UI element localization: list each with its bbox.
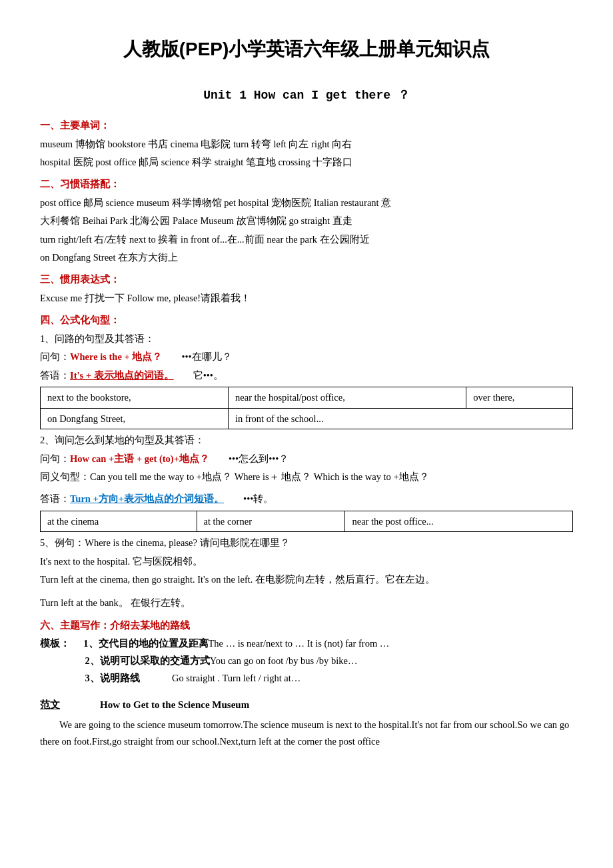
template-label: 模板： bbox=[40, 635, 83, 652]
location-table-1: next to the bookstore, near the hospital… bbox=[40, 387, 573, 429]
q1-line: 问句：Where is the + 地点？•••在哪儿？ bbox=[40, 349, 573, 365]
table-cell: near the hospital/post office, bbox=[229, 387, 466, 408]
extra-line1: Turn left at the bank。 在银行左转。 bbox=[40, 595, 573, 611]
q2-dots: •••怎么到•••？ bbox=[229, 453, 289, 464]
q1-dots: •••在哪儿？ bbox=[181, 351, 231, 362]
phrase-line-1: post office 邮局 science museum 科学博物馆 pet … bbox=[40, 195, 573, 211]
phrase-line-3: turn right/left 右/左转 next to 挨着 in front… bbox=[40, 231, 573, 248]
location-table-2: at the cinema at the corner near the pos… bbox=[40, 511, 573, 533]
template-2-cn: 2、说明可以采取的交通方式 bbox=[85, 653, 210, 669]
expression-line: Excuse me 打扰一下 Follow me, please!请跟着我！ bbox=[40, 290, 573, 307]
table-cell: at the corner bbox=[197, 511, 345, 532]
fanwen-body: We are going to the science museum tomor… bbox=[40, 717, 573, 751]
phrase-line-4: on Dongfang Street 在东方大街上 bbox=[40, 249, 573, 266]
table-row: at the cinema at the corner near the pos… bbox=[41, 511, 573, 532]
vocab-line-2: hospital 医院 post office 邮局 science 科学 st… bbox=[40, 154, 573, 171]
table-cell: in front of the school... bbox=[229, 408, 573, 429]
section-vocab-header: 一、主要单词： bbox=[40, 117, 573, 135]
a2-label: 答语： bbox=[40, 493, 70, 504]
table-cell: at the cinema bbox=[41, 511, 197, 532]
q2-main: How can +主语 + get (to)+地点？ bbox=[70, 453, 209, 464]
table-row: next to the bookstore, near the hospital… bbox=[41, 387, 573, 408]
table-row: on Dongfang Street, in front of the scho… bbox=[41, 408, 573, 429]
template-row-2: 2、说明可以采取的交通方式 You can go on foot /by bus… bbox=[85, 653, 574, 669]
example-sub: 5、例句：Where is the cinema, please? 请问电影院在… bbox=[40, 535, 573, 551]
page-title: 人教版(PEP)小学英语六年级上册单元知识点 bbox=[40, 33, 573, 65]
template-1-en: The … is near/next to … It is (not) far … bbox=[209, 635, 390, 652]
section-expression-header: 三、惯用表达式： bbox=[40, 271, 573, 289]
template-2-en: You can go on foot /by bus /by bike… bbox=[210, 653, 358, 669]
template-1-cn: 1、交代目的地的位置及距离 bbox=[83, 635, 208, 652]
section-writing-header: 六、主题写作：介绍去某地的路线 bbox=[40, 617, 573, 635]
q2-line: 问句：How can +主语 + get (to)+地点？•••怎么到•••？ bbox=[40, 451, 573, 467]
phrase-line-2: 大利餐馆 Beihai Park 北海公园 Palace Museum 故宫博物… bbox=[40, 213, 573, 229]
synonym-line: 同义句型：Can you tell me the way to +地点？ Whe… bbox=[40, 469, 573, 485]
table-cell: next to the bookstore, bbox=[41, 387, 229, 408]
template-3-en: Go straight . Turn left / right at… bbox=[172, 670, 301, 687]
formula-sub1: 1、问路的句型及其答语： bbox=[40, 331, 573, 347]
unit-title: Unit 1 How can I get there ？ bbox=[40, 85, 573, 106]
a2-dots: •••转。 bbox=[243, 493, 273, 504]
a1-main: It's + 表示地点的词语。 bbox=[70, 370, 174, 381]
a1-line: 答语：It's + 表示地点的词语。它•••。 bbox=[40, 367, 573, 384]
a2-line: 答语：Turn +方向+表示地点的介词短语。•••转。 bbox=[40, 491, 573, 507]
a1-dots: 它•••。 bbox=[193, 370, 223, 381]
section-phrase-header: 二、习惯语搭配： bbox=[40, 176, 573, 193]
formula-sub2: 2、询问怎么到某地的句型及其答语： bbox=[40, 432, 573, 449]
example-line3: Turn left at the cinema, then go straigh… bbox=[40, 571, 573, 588]
q1-label: 问句： bbox=[40, 351, 70, 362]
vocab-line-1: museum 博物馆 bookstore 书店 cinema 电影院 turn … bbox=[40, 136, 573, 153]
a2-main: Turn +方向+表示地点的介词短语。 bbox=[70, 493, 224, 504]
fanwen-title-row: 范文 How to Get to the Science Museum bbox=[40, 697, 573, 714]
table-cell: on Dongfang Street, bbox=[41, 408, 229, 429]
q1-main: Where is the + 地点？ bbox=[70, 351, 162, 362]
a1-label: 答语： bbox=[40, 370, 70, 381]
example-line2: It's next to the hospital. 它与医院相邻。 bbox=[40, 553, 573, 570]
table-cell: over there, bbox=[466, 387, 573, 408]
q2-label: 问句： bbox=[40, 453, 70, 464]
template-3-cn: 3、说明路线 bbox=[85, 670, 173, 687]
fanwen-label: 范文 bbox=[40, 697, 60, 714]
section-formula-header: 四、公式化句型： bbox=[40, 312, 573, 329]
table-cell: near the post office... bbox=[345, 511, 573, 532]
template-row-1: 模板： 1、交代目的地的位置及距离 The … is near/next to … bbox=[40, 635, 573, 652]
template-row-3: 3、说明路线 Go straight . Turn left / right a… bbox=[85, 670, 574, 687]
fanwen-heading: How to Get to the Science Museum bbox=[100, 697, 249, 714]
